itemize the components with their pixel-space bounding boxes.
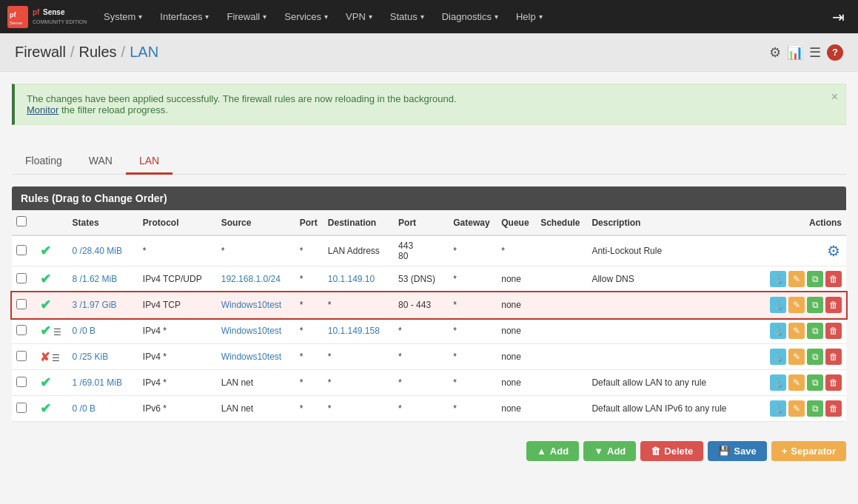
nav-status[interactable]: Status ▾ bbox=[381, 0, 433, 33]
anchor-icon[interactable]: ⚓ bbox=[770, 349, 786, 365]
schedule-cell bbox=[536, 266, 587, 292]
edit-icon[interactable]: ✎ bbox=[788, 323, 805, 339]
dest-link[interactable]: 10.1.149.158 bbox=[328, 326, 380, 336]
row-checkbox[interactable] bbox=[16, 403, 27, 413]
desc-cell: Anti-Lockout Rule bbox=[587, 235, 760, 266]
alert-monitor-link[interactable]: Monitor bbox=[27, 104, 58, 115]
nav-vpn[interactable]: VPN ▾ bbox=[337, 0, 381, 33]
delete-icon[interactable]: 🗑 bbox=[825, 374, 842, 391]
source-link[interactable]: Windows10test bbox=[221, 352, 281, 362]
breadcrumb-firewall[interactable]: Firewall bbox=[15, 44, 66, 61]
gear-icon[interactable]: ⚙ bbox=[825, 243, 842, 259]
port2-cell: * bbox=[394, 318, 449, 344]
delete-icon[interactable]: 🗑 bbox=[825, 349, 842, 365]
anchor-icon[interactable]: ⚓ bbox=[770, 400, 786, 417]
nav-services[interactable]: Services ▾ bbox=[275, 0, 337, 33]
copy-icon[interactable]: ⧉ bbox=[807, 323, 823, 339]
tab-wan[interactable]: WAN bbox=[76, 149, 126, 175]
nav-menu: System ▾ Interfaces ▾ Firewall ▾ Service… bbox=[95, 0, 825, 33]
dest-cell: * bbox=[324, 396, 394, 422]
delete-icon[interactable]: 🗑 bbox=[825, 271, 842, 287]
brand-logo[interactable]: pf Sense pf Sense COMMUNITY EDITION bbox=[6, 3, 87, 31]
table-row: ✔ 1 /69.01 MiB IPv4 * LAN net * * * * no… bbox=[12, 370, 846, 396]
states-link[interactable]: 0 /0 B bbox=[73, 326, 95, 336]
breadcrumb-lan[interactable]: LAN bbox=[130, 44, 158, 61]
nav-diagnostics[interactable]: Diagnostics ▾ bbox=[433, 0, 507, 33]
list-icon[interactable]: ☰ bbox=[809, 44, 821, 61]
states-link[interactable]: 0 /25 KiB bbox=[73, 352, 109, 362]
save-icon: 💾 bbox=[718, 446, 730, 457]
tab-floating[interactable]: Floating bbox=[12, 149, 76, 175]
select-all-checkbox[interactable] bbox=[16, 216, 27, 226]
rules-table: States Protocol Source Port Destination … bbox=[12, 210, 846, 422]
add-down-button[interactable]: ▼ Add bbox=[583, 441, 636, 461]
table-row: ✔ 8 /1.62 MiB IPv4 TCP/UDP 192.168.1.0/2… bbox=[12, 266, 846, 292]
help-icon[interactable]: ? bbox=[827, 44, 843, 61]
logout-button[interactable]: ⇥ bbox=[825, 8, 852, 26]
breadcrumb-sep1: / bbox=[70, 44, 75, 61]
tab-lan[interactable]: LAN bbox=[126, 149, 172, 175]
edit-icon[interactable]: ✎ bbox=[788, 349, 805, 365]
separator-button[interactable]: + Separator bbox=[771, 441, 846, 461]
states-link[interactable]: 3 /1.97 GiB bbox=[73, 300, 117, 310]
delete-icon[interactable]: 🗑 bbox=[825, 323, 842, 339]
copy-icon[interactable]: ⧉ bbox=[807, 271, 823, 287]
edit-icon[interactable]: ✎ bbox=[788, 374, 805, 391]
edit-icon[interactable]: ✎ bbox=[788, 297, 805, 313]
copy-icon[interactable]: ⧉ bbox=[807, 374, 823, 391]
nav-help[interactable]: Help ▾ bbox=[507, 0, 552, 33]
settings-icon[interactable]: ⚙ bbox=[769, 44, 781, 61]
delete-icon[interactable]: 🗑 bbox=[825, 400, 842, 417]
dest-cell: * bbox=[324, 370, 394, 396]
copy-icon[interactable]: ⧉ bbox=[807, 297, 823, 313]
gateway-cell: * bbox=[449, 396, 497, 422]
breadcrumb-rules[interactable]: Rules bbox=[78, 44, 116, 61]
row-checkbox[interactable] bbox=[16, 351, 27, 361]
source-link[interactable]: 192.168.1.0/24 bbox=[221, 274, 281, 284]
table-header: Rules (Drag to Change Order) bbox=[12, 187, 846, 210]
gateway-cell: * bbox=[449, 318, 497, 344]
nav-firewall[interactable]: Firewall ▾ bbox=[218, 0, 275, 33]
edit-icon[interactable]: ✎ bbox=[788, 271, 805, 287]
alert-close-button[interactable]: × bbox=[831, 90, 838, 104]
states-link[interactable]: 8 /1.62 MiB bbox=[73, 274, 118, 284]
delete-icon[interactable]: 🗑 bbox=[825, 297, 842, 313]
arrow-down-icon: ▼ bbox=[594, 446, 603, 457]
schedule-cell bbox=[536, 292, 587, 318]
schedule-cell bbox=[536, 344, 587, 370]
states-link[interactable]: 0 /0 B bbox=[73, 403, 95, 414]
col-protocol: Protocol bbox=[138, 210, 217, 235]
protocol-cell: * bbox=[138, 235, 217, 266]
source-link[interactable]: Windows10test bbox=[221, 326, 281, 336]
row-checkbox[interactable] bbox=[16, 377, 27, 387]
source-link[interactable]: Windows10test bbox=[221, 300, 281, 310]
plus-icon: + bbox=[782, 446, 788, 457]
row-checkbox[interactable] bbox=[16, 273, 27, 283]
delete-button[interactable]: 🗑 Delete bbox=[640, 441, 703, 461]
nav-system[interactable]: System ▾ bbox=[95, 0, 151, 33]
edit-icon[interactable]: ✎ bbox=[788, 400, 805, 417]
save-button[interactable]: 💾 Save bbox=[708, 441, 766, 461]
anchor-icon[interactable]: ⚓ bbox=[770, 374, 786, 391]
dest-link[interactable]: 10.1.149.10 bbox=[328, 274, 375, 284]
anchor-icon[interactable]: ⚓ bbox=[770, 297, 786, 313]
row-checkbox[interactable] bbox=[16, 325, 27, 335]
row-checkbox[interactable] bbox=[16, 245, 27, 255]
copy-icon[interactable]: ⧉ bbox=[807, 349, 823, 365]
copy-icon[interactable]: ⧉ bbox=[807, 400, 823, 417]
row-actions: ⚙ bbox=[764, 243, 842, 259]
anchor-icon[interactable]: ⚓ bbox=[770, 323, 786, 339]
port1-cell: * bbox=[295, 344, 324, 370]
nav-interfaces[interactable]: Interfaces ▾ bbox=[151, 0, 218, 33]
protocol-cell: IPv4 TCP/UDP bbox=[138, 266, 217, 292]
chevron-down-icon: ▾ bbox=[539, 13, 543, 21]
states-link[interactable]: 1 /69.01 MiB bbox=[73, 377, 122, 388]
add-up-button[interactable]: ▲ Add bbox=[526, 441, 579, 461]
row-checkbox[interactable] bbox=[16, 299, 27, 309]
port1-cell: * bbox=[295, 266, 324, 292]
anchor-icon[interactable]: ⚓ bbox=[770, 271, 786, 287]
states-link[interactable]: 0 /28.40 MiB bbox=[73, 246, 122, 256]
col-destination: Destination bbox=[324, 210, 394, 235]
desc-cell: Default allow LAN IPv6 to any rule bbox=[587, 396, 760, 422]
chart-icon[interactable]: 📊 bbox=[787, 44, 803, 61]
